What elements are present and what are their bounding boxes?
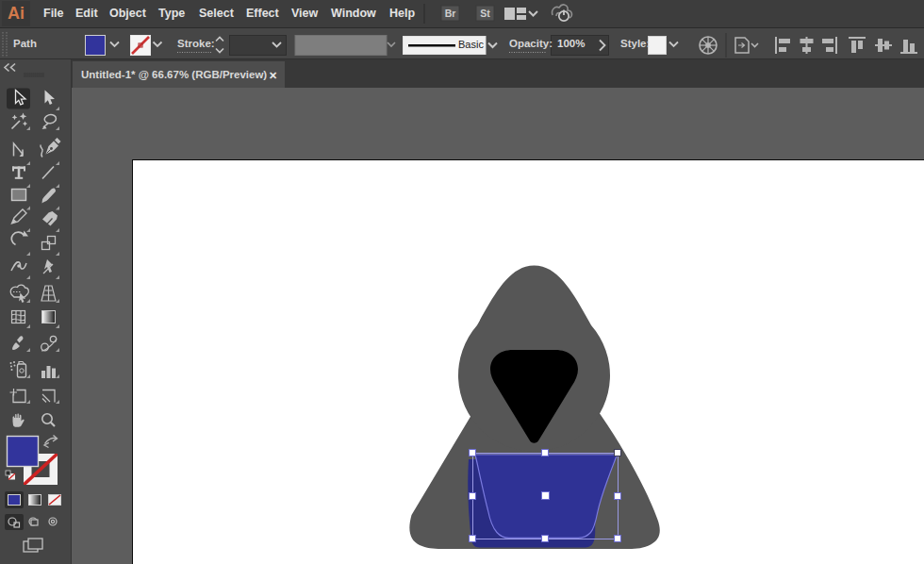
svg-text:Br: Br xyxy=(445,8,456,19)
svg-text:St: St xyxy=(480,8,490,19)
